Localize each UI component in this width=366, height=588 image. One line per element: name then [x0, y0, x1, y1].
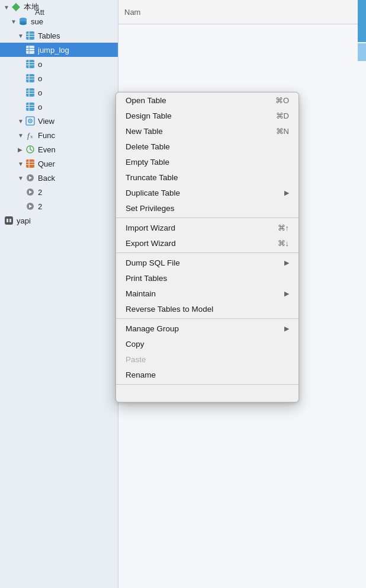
sidebar-item-table-o2[interactable]: o: [0, 71, 118, 85]
menu-item-paste[interactable]: Paste: [116, 351, 298, 367]
menu-label: Copy: [126, 340, 145, 349]
sidebar-item-events[interactable]: ▶ Even: [0, 142, 118, 156]
backups-label: Back: [38, 174, 113, 183]
events-icon: [25, 144, 36, 155]
sidebar-item-backup-2[interactable]: 2: [0, 199, 118, 213]
menu-item-export-wizard[interactable]: Export Wizard ⌘↓: [116, 235, 298, 251]
menu-separator-2: [116, 253, 298, 253]
menu-item-rename[interactable]: Rename: [116, 367, 298, 382]
menu-separator-3: [116, 318, 298, 319]
svg-rect-17: [26, 74, 34, 82]
sidebar-item-backups[interactable]: ▼ Back: [0, 171, 118, 185]
sidebar-item-queries[interactable]: ▼ Quer: [0, 156, 118, 171]
name-column-label: Nam: [124, 8, 140, 17]
menu-item-design-table[interactable]: Design Table ⌘D: [116, 108, 298, 123]
svg-rect-44: [9, 219, 11, 222]
queries-label: Quer: [38, 159, 113, 168]
menu-item-truncate-table[interactable]: Truncate Table: [116, 170, 298, 185]
svg-rect-42: [5, 216, 13, 225]
arrow-icon: ▼: [11, 18, 18, 25]
arrow-icon: ▼: [18, 175, 25, 181]
sidebar-item-tables-group[interactable]: ▼ Tables: [0, 28, 118, 43]
sidebar-item-views[interactable]: ▼ View: [0, 114, 118, 128]
sidebar-item-database[interactable]: ▼ sue: [0, 14, 118, 28]
menu-shortcut: ⌘N: [276, 127, 289, 136]
menu-label: Manage Group: [126, 324, 179, 333]
menu-label: Empty Table: [126, 158, 169, 167]
backups-icon: [25, 172, 36, 183]
database-icon: [18, 16, 28, 27]
menu-item-empty-table[interactable]: Empty Table: [116, 154, 298, 170]
menu-label: Rename: [126, 370, 156, 379]
backup-item-icon: [25, 201, 36, 212]
yapi-icon: [4, 215, 14, 226]
menu-item-maintain[interactable]: Maintain ▶: [116, 286, 298, 301]
yapi-label: yapi: [17, 216, 113, 225]
svg-rect-25: [26, 103, 34, 111]
menu-label: New Table: [126, 127, 163, 136]
views-icon: [25, 116, 36, 126]
leaf-icon: [11, 2, 21, 12]
arrow-icon: ▼: [18, 33, 25, 39]
menu-item-dump-sql[interactable]: Dump SQL File ▶: [116, 255, 298, 270]
arrow-icon: ▼: [18, 118, 25, 124]
svg-rect-9: [26, 46, 34, 54]
top-right-header: Nam: [118, 0, 366, 24]
menu-item-import-wizard[interactable]: Import Wizard ⌘↑: [116, 220, 298, 235]
menu-item-print-tables[interactable]: Print Tables: [116, 270, 298, 286]
menu-label: Duplicate Table: [126, 188, 180, 197]
menu-item-set-privileges[interactable]: Set Privileges: [116, 200, 298, 216]
att-tab[interactable]: Att: [35, 0, 44, 24]
sidebar-item-backup-1[interactable]: 2: [0, 185, 118, 199]
sidebar-item-table-o4[interactable]: o: [0, 100, 118, 114]
menu-item-reverse-tables[interactable]: Reverse Tables to Model: [116, 301, 298, 317]
sidebar-item-table-o3[interactable]: o: [0, 85, 118, 100]
menu-label: Reverse Tables to Model: [126, 305, 213, 314]
menu-label: Paste: [126, 355, 146, 364]
svg-rect-43: [7, 219, 8, 222]
views-label: View: [38, 117, 113, 126]
sidebar-item-table-o1[interactable]: o: [0, 57, 118, 71]
menu-shortcut: ⌘D: [276, 111, 289, 120]
menu-item-duplicate-table[interactable]: Duplicate Table ▶: [116, 185, 298, 200]
sidebar-item-root[interactable]: ▼ 本地: [0, 0, 118, 14]
menu-label: Dump SQL File: [126, 258, 180, 267]
submenu-arrow-icon: ▶: [284, 325, 289, 333]
table-label: o: [38, 88, 113, 97]
menu-label: Truncate Table: [126, 173, 178, 182]
svg-rect-13: [26, 60, 34, 68]
menu-shortcut: ⌘↓: [278, 239, 290, 248]
svg-rect-21: [26, 88, 34, 97]
svg-text:x: x: [30, 133, 33, 139]
backup-item-label: 2: [38, 202, 113, 211]
table-icon: [25, 59, 36, 69]
sidebar-item-jump-log[interactable]: jump_log: [0, 43, 118, 57]
table-icon: [25, 101, 36, 112]
menu-item-copy[interactable]: Copy: [116, 336, 298, 351]
table-label: o: [38, 60, 113, 69]
table-label: o: [38, 103, 113, 111]
table-icon: [25, 87, 36, 98]
sidebar-item-yapi[interactable]: yapi: [0, 213, 118, 228]
menu-label: Maintain: [126, 289, 156, 298]
arrow-icon: ▼: [4, 4, 11, 11]
menu-shortcut: ⌘O: [275, 96, 289, 105]
functions-icon: f x: [25, 130, 36, 140]
menu-item-delete-table[interactable]: Delete Table: [116, 139, 298, 154]
att-label: Att: [35, 8, 44, 17]
menu-item-manage-group[interactable]: Manage Group ▶: [116, 321, 298, 336]
svg-point-4: [20, 23, 27, 25]
sidebar-item-functions[interactable]: ▼ f x Func: [0, 128, 118, 142]
sidebar: ▼ 本地 ▼ sue ▼: [0, 0, 118, 588]
menu-item-open-table[interactable]: Open Table ⌘O: [116, 92, 298, 108]
table-icon: [25, 44, 36, 55]
menu-item-new-table[interactable]: New Table ⌘N: [116, 123, 298, 139]
menu-item-refresh[interactable]: [116, 386, 298, 402]
submenu-arrow-icon: ▶: [284, 259, 289, 267]
table-icon: [25, 73, 36, 84]
arrow-icon: ▼: [18, 132, 25, 139]
svg-rect-5: [26, 31, 34, 40]
backup-item-label: 2: [38, 188, 113, 197]
submenu-arrow-icon: ▶: [284, 290, 289, 298]
menu-shortcut: ⌘↑: [278, 223, 290, 232]
